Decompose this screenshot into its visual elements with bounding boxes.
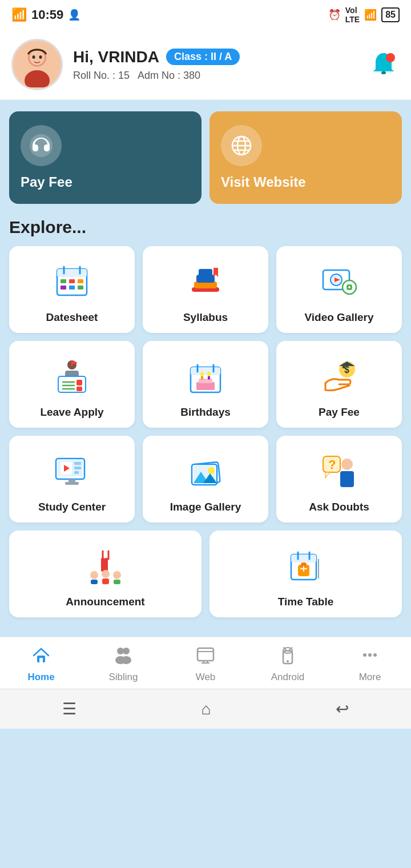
explore-grid-row3: Study Center Image Gallery (9, 436, 402, 523)
svg-rect-108 (198, 648, 213, 661)
explore-grid-bottom: Announcement Time T (9, 531, 402, 617)
svg-point-74 (208, 467, 215, 474)
status-bar: 📶 10:59 👤 ⏰ VolLTE 📶 85 (0, 0, 411, 30)
network-icon: 📶 (11, 7, 27, 22)
svg-point-87 (90, 571, 98, 579)
svg-point-7 (386, 53, 395, 62)
birthdays-label: Birthdays (180, 406, 231, 419)
announcement-label: Announcement (66, 596, 144, 608)
more-icon (360, 645, 380, 669)
svg-rect-88 (91, 580, 98, 584)
ask-doubts-item[interactable]: ? Ask Doubts (276, 436, 402, 523)
syllabus-item[interactable]: Syllabus (143, 246, 268, 333)
datesheet-item[interactable]: Datesheet (9, 246, 135, 333)
pay-fee-grid-icon: $ (316, 353, 362, 399)
svg-point-4 (33, 55, 35, 59)
home-button[interactable]: ⌂ (202, 700, 211, 718)
visit-website-card[interactable]: Visit Website (209, 111, 402, 204)
nav-sibling-label: Sibling (108, 672, 138, 683)
svg-rect-19 (69, 279, 75, 283)
birthdays-item[interactable]: Birthdays (143, 341, 268, 428)
class-badge: Class : II / A (166, 49, 240, 65)
time: 10:59 (31, 7, 63, 22)
svg-rect-45 (76, 387, 82, 391)
svg-point-105 (123, 648, 130, 654)
avatar (11, 39, 63, 90)
svg-rect-81 (340, 471, 354, 487)
svg-point-56 (200, 372, 204, 376)
roll-adm: Roll No. : 15 Adm No : 380 (73, 70, 357, 82)
announcement-item[interactable]: Announcement (9, 531, 202, 617)
home-icon (31, 645, 51, 669)
svg-marker-60 (339, 361, 355, 366)
svg-rect-66 (74, 462, 81, 465)
svg-marker-79 (325, 472, 330, 478)
explore-grid-row1: Datesheet Syllabus (9, 246, 402, 333)
syllabus-icon (183, 259, 228, 304)
birthdays-icon (183, 353, 228, 399)
video-gallery-item[interactable]: Video Gallery (276, 246, 402, 333)
study-center-icon (49, 448, 95, 494)
ask-doubts-label: Ask Doubts (309, 501, 369, 513)
android-icon (278, 645, 297, 669)
svg-text:?: ? (328, 457, 336, 472)
announcement-icon (83, 543, 128, 589)
sibling-icon (114, 645, 133, 669)
study-center-item[interactable]: Study Center (9, 436, 135, 523)
nav-sibling[interactable]: Sibling (95, 645, 152, 683)
sim-icon: 👤 (68, 9, 80, 21)
nav-web[interactable]: Web (177, 645, 234, 683)
image-gallery-label: Image Gallery (170, 501, 241, 513)
svg-point-118 (285, 650, 287, 652)
svg-rect-23 (78, 286, 83, 290)
web-icon (196, 645, 215, 669)
video-gallery-label: Video Gallery (304, 311, 373, 324)
back-button[interactable]: ↩ (336, 700, 349, 718)
svg-rect-68 (74, 471, 79, 474)
svg-rect-27 (199, 269, 212, 276)
svg-rect-69 (68, 479, 75, 482)
nav-android[interactable]: Android (259, 645, 316, 683)
svg-rect-100 (303, 566, 304, 572)
svg-rect-90 (102, 578, 109, 584)
video-gallery-icon (316, 259, 362, 304)
status-right: ⏰ VolLTE 📶 85 (328, 6, 400, 24)
time-table-icon (283, 543, 329, 589)
nav-more[interactable]: More (341, 645, 398, 683)
pay-fee-card[interactable]: Pay Fee (9, 111, 202, 204)
time-table-label: Time Table (278, 596, 334, 608)
image-gallery-icon (183, 448, 228, 494)
main-content: Pay Fee Visit Website Explore... (0, 100, 411, 637)
datesheet-icon (49, 259, 95, 304)
svg-point-107 (121, 656, 131, 664)
svg-rect-67 (74, 467, 81, 469)
leave-apply-item[interactable]: Leave Apply (9, 341, 135, 428)
menu-button[interactable]: ☰ (62, 700, 76, 718)
svg-rect-61 (342, 365, 345, 368)
nav-web-label: Web (196, 672, 216, 683)
battery-indicator: 85 (381, 7, 400, 22)
header-info: Hi, VRINDA Class : II / A Roll No. : 15 … (73, 48, 357, 82)
svg-marker-28 (213, 268, 218, 277)
svg-rect-18 (61, 279, 66, 283)
svg-point-5 (39, 55, 42, 59)
explore-title: Explore... (9, 218, 402, 237)
svg-text:$: $ (344, 365, 349, 375)
time-table-item[interactable]: Time Table (209, 531, 402, 617)
image-gallery-item[interactable]: Image Gallery (143, 436, 268, 523)
svg-rect-53 (199, 379, 212, 383)
study-center-label: Study Center (38, 501, 106, 513)
leave-apply-label: Leave Apply (40, 406, 103, 419)
svg-point-119 (289, 650, 291, 652)
svg-rect-26 (196, 275, 215, 283)
notification-bell[interactable] (368, 49, 400, 81)
leave-apply-icon (49, 353, 95, 399)
svg-rect-52 (196, 382, 215, 390)
svg-rect-84 (104, 558, 108, 572)
explore-grid-row2: Leave Apply (9, 341, 402, 428)
bottom-nav: Home Sibling Web (0, 637, 411, 689)
nav-home[interactable]: Home (13, 645, 70, 683)
system-nav-bar: ☰ ⌂ ↩ (0, 689, 411, 729)
top-cards: Pay Fee Visit Website (9, 111, 402, 204)
pay-fee-grid-item[interactable]: $ Pay Fee (276, 341, 402, 428)
